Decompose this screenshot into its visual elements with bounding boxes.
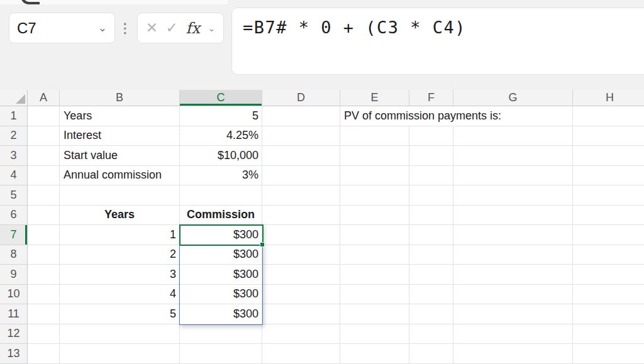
cell-G12[interactable] xyxy=(453,324,573,345)
cell-D7[interactable] xyxy=(262,225,340,245)
row-header-13[interactable]: 13 xyxy=(0,344,28,364)
cell-E2[interactable] xyxy=(340,126,409,146)
cell-F6[interactable] xyxy=(409,206,453,226)
cell-A6[interactable] xyxy=(28,206,60,226)
cell-A13[interactable] xyxy=(28,344,60,364)
row-header-7[interactable]: 7 xyxy=(0,225,28,245)
name-box-chevron-icon[interactable]: ⌄ xyxy=(98,23,107,33)
cell-E5[interactable] xyxy=(340,185,409,206)
cell-G11[interactable] xyxy=(453,304,573,324)
cell-A8[interactable] xyxy=(28,245,60,265)
cell-G3[interactable] xyxy=(453,146,573,166)
cell-C7[interactable]: $300 xyxy=(180,225,262,245)
formula-text[interactable]: =B7# * 0 + (C3 * C4) xyxy=(243,18,644,37)
formula-bar[interactable]: =B7# * 0 + (C3 * C4) xyxy=(231,8,644,75)
cell-D3[interactable] xyxy=(262,146,340,166)
cell-F7[interactable] xyxy=(409,225,453,245)
cell-A7[interactable] xyxy=(28,225,60,245)
enter-icon[interactable]: ✓ xyxy=(166,21,178,35)
cell-G2[interactable] xyxy=(453,126,573,146)
cell-D13[interactable] xyxy=(262,344,340,364)
cell-E1[interactable]: PV of commission payments is: xyxy=(340,106,409,126)
cell-C6[interactable]: Commission xyxy=(180,206,262,226)
cell-H6[interactable] xyxy=(573,206,644,226)
cell-C4[interactable]: 3% xyxy=(180,166,262,186)
cell-H9[interactable] xyxy=(573,265,644,285)
cell-G13[interactable] xyxy=(453,344,573,364)
cell-A1[interactable] xyxy=(28,106,60,126)
cell-B13[interactable] xyxy=(60,344,180,364)
cell-B11[interactable]: 5 xyxy=(60,304,180,324)
cell-G9[interactable] xyxy=(453,265,573,285)
cell-G8[interactable] xyxy=(453,245,573,265)
cancel-icon[interactable]: ✕ xyxy=(146,21,158,35)
column-header-F[interactable]: F xyxy=(409,90,453,106)
cell-E9[interactable] xyxy=(340,265,409,285)
cell-C12[interactable] xyxy=(180,324,262,345)
cell-G6[interactable] xyxy=(453,206,573,226)
cell-D10[interactable] xyxy=(262,285,340,305)
cell-A12[interactable] xyxy=(28,324,60,345)
row-header-9[interactable]: 9 xyxy=(0,265,28,285)
cell-H13[interactable] xyxy=(573,344,644,364)
cell-C5[interactable] xyxy=(180,185,262,206)
cell-H1[interactable] xyxy=(573,106,644,126)
cell-E13[interactable] xyxy=(340,344,409,364)
cell-A9[interactable] xyxy=(28,265,60,285)
row-header-8[interactable]: 8 xyxy=(0,245,28,265)
cell-F8[interactable] xyxy=(409,245,453,265)
cell-H3[interactable] xyxy=(573,146,644,166)
cell-E7[interactable] xyxy=(340,225,409,245)
cell-C11[interactable]: $300 xyxy=(180,304,262,324)
row-header-3[interactable]: 3 xyxy=(0,146,28,166)
cell-F9[interactable] xyxy=(409,265,453,285)
formula-bar-separator-handle[interactable]: ⋮ xyxy=(120,13,130,43)
cell-G7[interactable] xyxy=(453,225,573,245)
cell-C8[interactable]: $300 xyxy=(180,245,262,265)
cell-H7[interactable] xyxy=(573,225,644,245)
cell-A3[interactable] xyxy=(28,146,60,166)
cell-B8[interactable]: 2 xyxy=(60,245,180,265)
cell-A4[interactable] xyxy=(28,166,60,186)
cell-F13[interactable] xyxy=(409,344,453,364)
column-header-G[interactable]: G xyxy=(453,90,573,106)
row-header-4[interactable]: 4 xyxy=(0,166,28,186)
column-header-B[interactable]: B xyxy=(60,90,180,106)
cell-D11[interactable] xyxy=(262,304,340,324)
cell-D1[interactable] xyxy=(262,106,340,126)
cell-E4[interactable] xyxy=(340,166,409,186)
cell-E10[interactable] xyxy=(340,285,409,305)
cell-C1[interactable]: 5 xyxy=(180,106,262,126)
cell-E8[interactable] xyxy=(340,245,409,265)
cell-D9[interactable] xyxy=(262,265,340,285)
column-header-A[interactable]: A xyxy=(28,90,60,106)
cell-D2[interactable] xyxy=(262,126,340,146)
column-header-E[interactable]: E xyxy=(340,90,409,106)
cell-B5[interactable] xyxy=(60,185,180,206)
cell-G5[interactable] xyxy=(453,185,573,206)
cell-B10[interactable]: 4 xyxy=(60,285,180,305)
insert-function-icon[interactable]: fx xyxy=(186,21,200,36)
cell-B4[interactable]: Annual commission xyxy=(60,166,180,186)
cell-A5[interactable] xyxy=(28,185,60,206)
cell-D8[interactable] xyxy=(262,245,340,265)
cell-E3[interactable] xyxy=(340,146,409,166)
column-header-D[interactable]: D xyxy=(262,90,340,106)
cell-D6[interactable] xyxy=(262,206,340,226)
row-header-5[interactable]: 5 xyxy=(0,185,28,206)
column-header-C[interactable]: C xyxy=(180,90,262,106)
fill-handle[interactable] xyxy=(260,242,265,247)
cell-H4[interactable] xyxy=(573,166,644,186)
row-header-11[interactable]: 11 xyxy=(0,304,28,324)
cell-H8[interactable] xyxy=(573,245,644,265)
cell-E12[interactable] xyxy=(340,324,409,345)
cell-F4[interactable] xyxy=(409,166,453,186)
row-header-1[interactable]: 1 xyxy=(0,106,28,126)
column-header-H[interactable]: H xyxy=(573,90,644,106)
cell-F2[interactable] xyxy=(409,126,453,146)
cell-E11[interactable] xyxy=(340,304,409,324)
cell-H5[interactable] xyxy=(573,185,644,206)
row-header-2[interactable]: 2 xyxy=(0,126,28,146)
cell-H10[interactable] xyxy=(573,285,644,305)
cell-H12[interactable] xyxy=(573,324,644,345)
